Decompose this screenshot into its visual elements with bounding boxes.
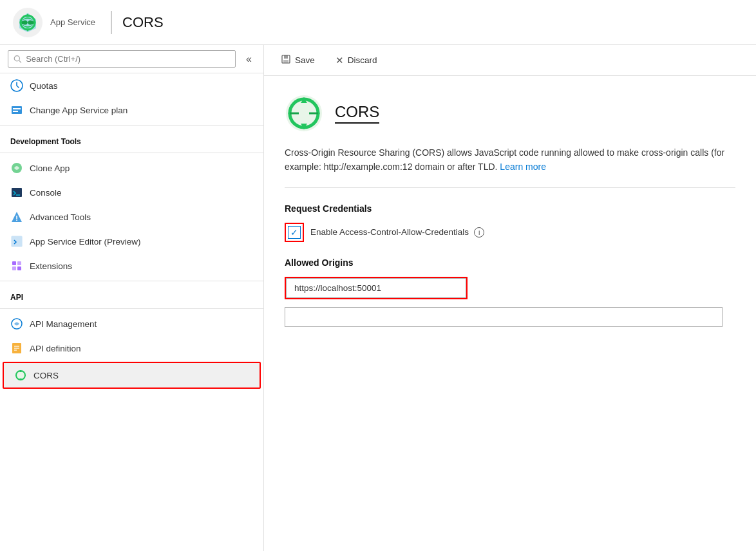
sidebar-item-advanced-tools[interactable]: Advanced Tools: [0, 205, 263, 229]
origin-input-1[interactable]: [286, 278, 466, 298]
sidebar-item-cors-label: CORS: [33, 371, 59, 380]
sidebar-item-clone-app[interactable]: Clone App: [0, 156, 263, 180]
save-label: Save: [295, 55, 315, 65]
divider-3: [0, 281, 263, 281]
svg-line-4: [19, 61, 21, 62]
sidebar-item-console[interactable]: Console: [0, 180, 263, 205]
content-scroll: CORS Cross-Origin Resource Sharing (CORS…: [264, 76, 756, 551]
sidebar-item-quotas[interactable]: Quotas: [0, 73, 263, 98]
cors-icon: [14, 369, 27, 382]
sidebar-item-clone-label: Clone App: [30, 163, 70, 173]
app-service-label: App Service: [50, 17, 95, 27]
app-service-logo: [13, 8, 43, 37]
api-def-icon: [10, 342, 23, 355]
divider-1: [0, 125, 263, 126]
extensions-icon: [10, 259, 23, 272]
svg-rect-17: [17, 261, 21, 265]
discard-button[interactable]: ✕ Discard: [332, 52, 381, 69]
page-title-header: CORS: [122, 14, 164, 31]
sidebar-item-api-definition-label: API definition: [30, 344, 81, 353]
search-box[interactable]: [8, 50, 236, 68]
collapse-sidebar-button[interactable]: «: [242, 51, 256, 68]
quotas-icon: [10, 79, 23, 92]
svg-rect-10: [12, 188, 22, 197]
allowed-origins-heading: Allowed Origins: [285, 257, 735, 268]
discard-icon: ✕: [335, 55, 344, 66]
divider-2: [0, 153, 263, 153]
sidebar-item-app-service-editor[interactable]: App Service Editor (Preview): [0, 229, 263, 254]
svg-rect-19: [17, 266, 21, 270]
discard-label: Discard: [348, 55, 377, 65]
sidebar-item-api-management-label: API Management: [30, 319, 97, 329]
sidebar-item-api-definition[interactable]: API definition: [0, 336, 263, 360]
sidebar: « Quotas Change App Service plan Develop…: [0, 45, 264, 551]
enable-credentials-checkbox[interactable]: ✓: [288, 226, 301, 239]
svg-rect-8: [13, 111, 18, 112]
sidebar-item-change-plan[interactable]: Change App Service plan: [0, 98, 263, 122]
cors-logo: [285, 94, 323, 133]
info-icon[interactable]: i: [474, 227, 484, 238]
cors-content-header: CORS: [285, 94, 735, 133]
request-credentials-heading: Request Credentials: [285, 203, 735, 214]
sidebar-item-extensions[interactable]: Extensions: [0, 254, 263, 278]
sidebar-item-change-plan-label: Change App Service plan: [30, 106, 128, 115]
top-bar: App Service CORS: [0, 0, 756, 45]
section-api: API: [0, 284, 263, 306]
console-icon: [10, 186, 23, 199]
content-area: Save ✕ Discard: [264, 45, 756, 551]
svg-rect-29: [284, 55, 288, 59]
search-icon: [14, 55, 22, 64]
svg-rect-30: [283, 60, 288, 63]
learn-more-link[interactable]: Learn more: [500, 162, 546, 172]
checkbox-checkmark: ✓: [290, 228, 298, 237]
cors-content-title: CORS: [335, 103, 379, 124]
checkbox-border-highlight: ✓: [285, 223, 304, 242]
sidebar-item-editor-label: App Service Editor (Preview): [30, 237, 141, 247]
credentials-checkbox-label: Enable Access-Control-Allow-Credentials: [310, 227, 469, 237]
plan-icon: [10, 104, 23, 117]
sidebar-item-advanced-tools-label: Advanced Tools: [30, 212, 91, 222]
credentials-checkbox-row: ✓ Enable Access-Control-Allow-Credential…: [285, 223, 735, 242]
svg-rect-6: [12, 106, 22, 114]
save-icon: [281, 54, 291, 66]
search-input[interactable]: [26, 54, 230, 64]
sidebar-item-console-label: Console: [30, 188, 62, 198]
toolbar: Save ✕ Discard: [264, 45, 756, 76]
section-dev-tools: Development Tools: [0, 128, 263, 150]
clone-icon: [10, 162, 23, 174]
svg-point-14: [16, 219, 17, 221]
sidebar-search-row: «: [0, 45, 263, 73]
svg-rect-15: [12, 236, 22, 247]
save-button[interactable]: Save: [277, 51, 319, 69]
sidebar-item-extensions-label: Extensions: [30, 261, 72, 271]
sidebar-item-cors[interactable]: CORS: [4, 363, 260, 388]
cors-description: Cross-Origin Resource Sharing (CORS) all…: [285, 145, 735, 188]
sidebar-scroll: Quotas Change App Service plan Developme…: [0, 73, 263, 551]
svg-rect-16: [12, 261, 16, 265]
svg-rect-7: [13, 108, 21, 109]
title-divider: [111, 11, 112, 34]
api-mgmt-icon: [10, 317, 23, 330]
editor-icon: [10, 235, 23, 248]
sidebar-item-quotas-label: Quotas: [30, 81, 58, 91]
allowed-origins-section: Allowed Origins: [285, 257, 735, 327]
origin-input-2[interactable]: [285, 307, 723, 327]
main-layout: « Quotas Change App Service plan Develop…: [0, 45, 756, 551]
divider-4: [0, 308, 263, 309]
sidebar-item-cors-wrapper: CORS: [3, 362, 261, 389]
advanced-tools-icon: [10, 210, 23, 223]
svg-rect-18: [12, 266, 16, 270]
origin-input-highlight: [285, 277, 468, 299]
sidebar-item-api-management[interactable]: API Management: [0, 312, 263, 336]
